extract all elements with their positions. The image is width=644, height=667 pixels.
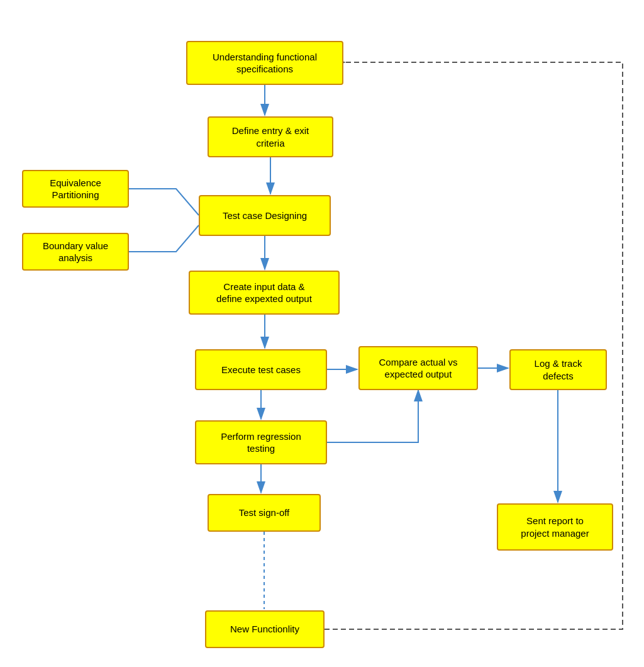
sentreport-box: Sent report toproject manager bbox=[497, 503, 613, 551]
flowchart: Understanding functionalspecifications D… bbox=[0, 0, 644, 667]
boundary-box: Boundary valueanalysis bbox=[22, 233, 129, 271]
define-box: Define entry & exitcriteria bbox=[208, 116, 333, 157]
arrows-layer bbox=[0, 0, 644, 667]
understand-box: Understanding functionalspecifications bbox=[186, 41, 343, 85]
regression-box: Perform regressiontesting bbox=[195, 420, 327, 464]
logtrack-box: Log & trackdefects bbox=[509, 349, 607, 390]
equivalence-box: EquivalencePartitioning bbox=[22, 170, 129, 208]
signoff-box: Test sign-off bbox=[208, 494, 321, 532]
compare-box: Compare actual vsexpected output bbox=[358, 346, 478, 390]
createinput-box: Create input data &define expexted outpu… bbox=[189, 271, 340, 315]
testcase-box: Test case Designing bbox=[199, 195, 331, 236]
newfunction-box: New Functionlity bbox=[205, 610, 325, 648]
execute-box: Execute test cases bbox=[195, 349, 327, 390]
